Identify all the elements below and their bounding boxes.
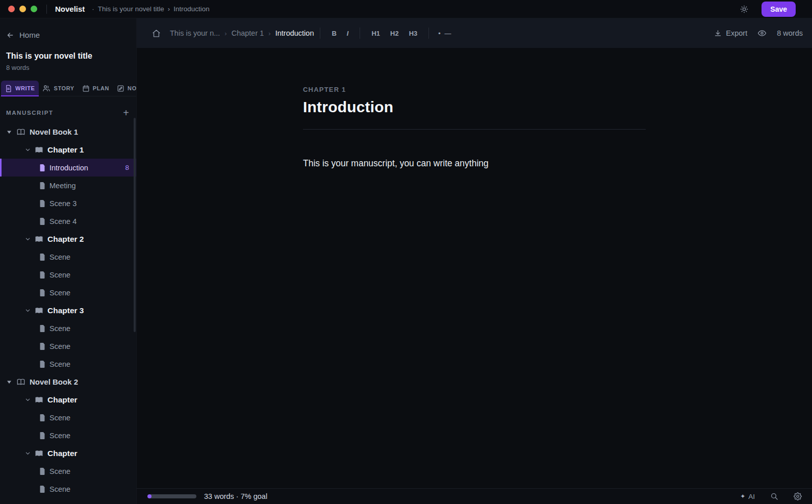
goal-progress-bar: [147, 494, 196, 498]
goal-status-text: 33 words · 7% goal: [204, 492, 267, 500]
tab-notes[interactable]: NOTES: [113, 81, 137, 96]
minimize-window-button[interactable]: [19, 6, 26, 12]
chevron-down-icon[interactable]: [24, 450, 31, 456]
chevron-down-icon[interactable]: [24, 308, 31, 313]
breadcrumb-novel[interactable]: This is your n...: [170, 29, 220, 37]
tree-item-scene[interactable]: Scene: [0, 355, 136, 373]
tree-item-chapter[interactable]: Chapter 1: [0, 141, 136, 159]
tree-item-scene[interactable]: Scene: [0, 409, 136, 426]
tree-item-label: Chapter: [47, 449, 78, 458]
home-label: Home: [19, 31, 40, 39]
breadcrumb-scene[interactable]: Introduction: [275, 29, 314, 37]
scene-file-icon: [39, 468, 45, 475]
close-window-button[interactable]: [8, 6, 15, 12]
tree-item-label: Chapter 2: [47, 235, 84, 244]
open-book-icon: [35, 236, 43, 243]
add-item-button[interactable]: +: [123, 108, 129, 118]
sparkle-icon: ✦: [740, 493, 745, 500]
window-controls: [8, 6, 37, 12]
preview-eye-icon[interactable]: [757, 29, 767, 38]
tree-item-book[interactable]: Novel Book 1: [0, 123, 136, 141]
title-bar: Novelist · This is your novel title › In…: [0, 0, 812, 18]
tab-label: PLAN: [93, 85, 109, 91]
tree-item-label: Chapter: [47, 395, 78, 405]
tree-item-scene[interactable]: Scene: [0, 319, 136, 337]
open-book-icon: [35, 146, 43, 154]
tree-item-scene[interactable]: Meeting: [0, 177, 136, 194]
home-back-link[interactable]: Home: [6, 31, 130, 39]
disclosure-triangle-icon[interactable]: [6, 130, 12, 135]
tree-item-scene[interactable]: Scene: [0, 284, 136, 301]
open-book-icon: [35, 396, 43, 404]
tree-item-label: Novel Book 1: [30, 128, 78, 136]
tree-item-book[interactable]: Novel Book 2: [0, 373, 136, 391]
ai-assistant-button[interactable]: ✦ AI: [740, 493, 755, 500]
breadcrumb-chapter[interactable]: Chapter 1: [232, 29, 264, 37]
tree-item-scene[interactable]: Scene 3: [0, 194, 136, 212]
tree-item-scene[interactable]: Scene 4: [0, 212, 136, 230]
tree-item-scene[interactable]: Scene: [0, 480, 136, 498]
tree-item-chapter[interactable]: Chapter 3: [0, 301, 136, 319]
home-icon[interactable]: [152, 29, 161, 38]
edit-note-icon: [117, 85, 124, 92]
tree-item-scene[interactable]: Scene: [0, 426, 136, 444]
toolbar-separator: [428, 28, 429, 39]
download-icon: [714, 30, 722, 37]
chevron-down-icon[interactable]: [24, 236, 31, 242]
goal-progress-fill: [147, 494, 151, 498]
scene-file-icon: [39, 414, 45, 421]
tree-item-label: Scene: [49, 289, 70, 297]
maximize-window-button[interactable]: [31, 6, 37, 12]
scene-file-icon: [39, 486, 45, 493]
tree-item-scene[interactable]: Scene: [0, 462, 136, 480]
sidebar-scrollbar[interactable]: [134, 118, 136, 332]
manuscript-text[interactable]: This is your manuscript, you can write a…: [303, 158, 646, 169]
tree-item-scene[interactable]: Scene: [0, 248, 136, 266]
export-button[interactable]: Export: [714, 29, 747, 37]
tree-item-label: Scene: [49, 485, 70, 493]
people-icon: [42, 84, 50, 92]
gear-icon[interactable]: [794, 492, 802, 500]
scene-file-icon: [39, 361, 45, 368]
tree-item-label: Scene 3: [49, 199, 77, 208]
save-button[interactable]: Save: [762, 2, 796, 17]
tree-item-label: Scene: [49, 342, 70, 350]
tree-item-scene[interactable]: Scene: [0, 266, 136, 284]
chevron-down-icon[interactable]: [24, 147, 31, 153]
manuscript-section-title: MANUSCRIPT: [6, 110, 54, 116]
tab-story[interactable]: STORY: [39, 81, 78, 96]
heading3-button[interactable]: H3: [404, 27, 423, 40]
tab-plan[interactable]: PLAN: [79, 81, 113, 96]
editor-breadcrumb: This is your n... › Chapter 1 › Introduc…: [170, 29, 314, 37]
tree-item-chapter[interactable]: Chapter 2: [0, 230, 136, 248]
tree-item-scene[interactable]: Introduction8: [0, 159, 136, 177]
heading1-button[interactable]: H1: [366, 27, 385, 40]
document-icon: [5, 85, 12, 92]
sun-icon: [740, 5, 748, 13]
editor-content[interactable]: CHAPTER 1 Introduction This is your manu…: [137, 48, 812, 488]
disclosure-triangle-icon[interactable]: [6, 380, 12, 385]
tree-item-scene[interactable]: Scene: [0, 337, 136, 355]
title-divider: [303, 129, 646, 130]
scene-file-icon: [39, 289, 45, 296]
editor-toolbar: This is your n... › Chapter 1 › Introduc…: [137, 18, 812, 48]
tree-item-label: Scene: [49, 414, 70, 422]
titlebar-breadcrumb: · This is your novel title › Introductio…: [92, 5, 209, 13]
list-icon[interactable]: • —: [435, 30, 455, 37]
toolbar-separator: [320, 28, 320, 39]
tree-item-chapter[interactable]: Chapter: [0, 444, 136, 462]
scene-title[interactable]: Introduction: [303, 98, 646, 116]
manuscript-tree: Novel Book 1Chapter 1Introduction8Meetin…: [0, 123, 136, 498]
tab-write[interactable]: WRITE: [1, 81, 39, 96]
breadcrumb-page: Introduction: [173, 5, 210, 13]
tree-item-chapter[interactable]: Chapter: [0, 391, 136, 409]
bold-button[interactable]: B: [326, 27, 341, 40]
italic-button[interactable]: I: [342, 27, 354, 40]
search-icon[interactable]: [770, 492, 778, 500]
scene-file-icon: [39, 254, 45, 261]
chevron-down-icon[interactable]: [24, 397, 31, 402]
tree-item-label: Chapter 3: [47, 306, 84, 315]
heading2-button[interactable]: H2: [385, 27, 404, 40]
theme-toggle-button[interactable]: [740, 5, 748, 13]
sidebar: Home This is your novel title 8 words WR…: [0, 18, 137, 504]
